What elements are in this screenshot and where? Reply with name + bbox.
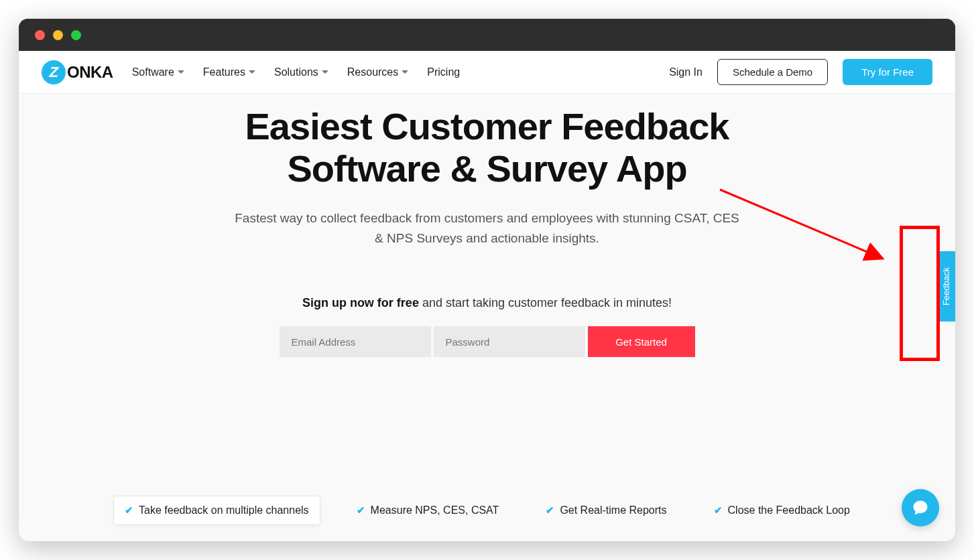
- feature-label: Get Real-time Reports: [560, 504, 666, 516]
- window-maximize-button[interactable]: [71, 30, 81, 40]
- hero-title-line2: Software & Survey App: [287, 147, 686, 190]
- logo[interactable]: Z ONKA: [42, 60, 113, 84]
- hero-subtitle: Fastest way to collect feedback from cus…: [233, 208, 742, 248]
- schedule-demo-button[interactable]: Schedule a Demo: [717, 59, 828, 85]
- nav-label: Pricing: [427, 66, 460, 78]
- chevron-down-icon: [402, 70, 408, 74]
- nav-links: Software Features Solutions Resources: [132, 66, 461, 78]
- nav-item-resources[interactable]: Resources: [347, 66, 408, 78]
- logo-badge: Z: [42, 60, 66, 84]
- feature-item-reports[interactable]: ✔ Get Real-time Reports: [535, 496, 677, 524]
- chevron-down-icon: [249, 70, 255, 74]
- window-titlebar: [19, 19, 955, 51]
- logo-text: ONKA: [67, 63, 113, 82]
- hero-title: Easiest Customer Feedback Software & Sur…: [19, 106, 955, 190]
- nav-item-software[interactable]: Software: [132, 66, 184, 78]
- email-field[interactable]: [280, 326, 431, 357]
- feature-item-channels[interactable]: ✔ Take feedback on multiple channels: [113, 496, 320, 525]
- signup-prompt-rest: and start taking customer feedback in mi…: [419, 296, 672, 309]
- chat-icon: [911, 498, 930, 517]
- browser-viewport: Z ONKA Software Features Solutions: [19, 51, 955, 541]
- nav-label: Solutions: [274, 66, 318, 78]
- page-body: Z ONKA Software Features Solutions: [19, 51, 955, 541]
- chevron-down-icon: [322, 70, 328, 74]
- signup-prompt-bold: Sign up now for free: [302, 296, 419, 309]
- feature-item-close-loop[interactable]: ✔ Close the Feedback Loop: [703, 496, 861, 524]
- nav-label: Software: [132, 66, 174, 78]
- chat-launcher[interactable]: [902, 489, 939, 527]
- chevron-down-icon: [178, 70, 184, 74]
- get-started-button[interactable]: Get Started: [588, 326, 695, 357]
- try-for-free-button[interactable]: Try for Free: [843, 59, 932, 85]
- nav-right: Sign In Schedule a Demo Try for Free: [669, 59, 932, 85]
- hero-title-line1: Easiest Customer Feedback: [245, 105, 729, 147]
- feature-label: Measure NPS, CES, CSAT: [371, 504, 499, 516]
- window-close-button[interactable]: [35, 30, 45, 40]
- signup-form: Get Started: [19, 326, 955, 357]
- hero-section: Easiest Customer Feedback Software & Sur…: [19, 94, 955, 357]
- top-navigation: Z ONKA Software Features Solutions: [19, 51, 955, 94]
- window-minimize-button[interactable]: [53, 30, 63, 40]
- signup-prompt: Sign up now for free and start taking cu…: [19, 296, 955, 310]
- browser-window: Z ONKA Software Features Solutions: [19, 19, 955, 541]
- nav-label: Resources: [347, 66, 398, 78]
- nav-label: Features: [203, 66, 245, 78]
- nav-item-features[interactable]: Features: [203, 66, 255, 78]
- password-field[interactable]: [434, 326, 585, 357]
- feature-label: Take feedback on multiple channels: [139, 504, 309, 516]
- feature-row: ✔ Take feedback on multiple channels ✔ M…: [19, 496, 955, 525]
- feature-item-measure[interactable]: ✔ Measure NPS, CES, CSAT: [346, 496, 510, 524]
- check-icon: ✔: [357, 504, 365, 516]
- signin-link[interactable]: Sign In: [669, 66, 703, 78]
- check-icon: ✔: [714, 504, 723, 516]
- check-icon: ✔: [546, 504, 554, 516]
- feedback-side-tab[interactable]: Feedback: [937, 251, 955, 322]
- nav-item-pricing[interactable]: Pricing: [427, 66, 460, 78]
- check-icon: ✔: [125, 504, 133, 516]
- nav-item-solutions[interactable]: Solutions: [274, 66, 328, 78]
- feature-label: Close the Feedback Loop: [728, 504, 850, 516]
